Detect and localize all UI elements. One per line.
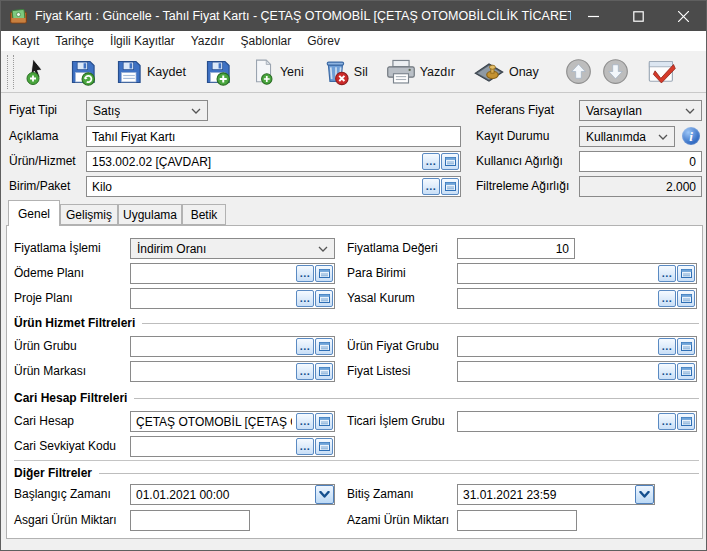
yasal-kurum-detail-button[interactable]: [677, 290, 695, 307]
urun-markasi-browse-button[interactable]: ...: [296, 363, 314, 380]
bitis-zamani-input[interactable]: [457, 484, 655, 505]
info-icon[interactable]: i: [682, 127, 700, 145]
fiyat-tipi-combo[interactable]: Satış: [86, 100, 208, 121]
minimize-button[interactable]: [571, 1, 616, 31]
browse-ellipsis-icon: ...: [662, 417, 673, 426]
yasal-kurum-lookup: ...: [457, 288, 697, 309]
browse-ellipsis-icon: ...: [662, 269, 673, 278]
maximize-button[interactable]: [616, 1, 661, 31]
urun-fiyat-grubu-browse-button[interactable]: ...: [658, 338, 676, 355]
referans-fiyat-label: Referans Fiyat: [476, 100, 554, 121]
urun-hizmet-lookup: ...: [86, 151, 461, 172]
aciklama-input[interactable]: [86, 126, 461, 147]
fiyat-listesi-browse-button[interactable]: ...: [658, 363, 676, 380]
birim-paket-detail-button[interactable]: [441, 178, 459, 195]
section-divider: [134, 398, 699, 399]
urun-grubu-browse-button[interactable]: ...: [296, 338, 314, 355]
urun-markasi-detail-button[interactable]: [315, 363, 333, 380]
birim-paket-browse-button[interactable]: ...: [422, 178, 440, 195]
baslangic-zamani-input[interactable]: [130, 484, 335, 505]
pointer-add-icon: [25, 58, 51, 86]
menu-yazdir[interactable]: Yazdır: [183, 31, 233, 51]
detail-window-icon: [319, 442, 330, 451]
new-record-button[interactable]: Yeni: [245, 56, 309, 88]
window-bottom-strip: [1, 540, 706, 551]
urun-grubu-detail-button[interactable]: [315, 338, 333, 355]
urun-fiyat-grubu-lookup: ...: [457, 336, 697, 357]
proje-plani-detail-button[interactable]: [315, 290, 333, 307]
yasal-kurum-browse-button[interactable]: ...: [658, 290, 676, 307]
window-title: Fiyat Kartı : Güncelle - Tahıl Fiyat Kar…: [35, 9, 571, 23]
para-birimi-label: Para Birimi: [347, 263, 406, 284]
arrow-up-circle-icon: [565, 58, 592, 85]
tab-gelismis[interactable]: Gelişmiş: [60, 204, 118, 225]
dropdown-chevron-icon: [658, 134, 668, 140]
para-birimi-detail-button[interactable]: [677, 265, 695, 282]
asgari-urun-miktari-input[interactable]: [130, 510, 250, 531]
cari-hesap-browse-button[interactable]: ...: [296, 413, 314, 430]
fiyatlama-degeri-input[interactable]: [457, 238, 575, 259]
referans-fiyat-combo[interactable]: Varsayılan: [579, 100, 702, 121]
tab-uygulama[interactable]: Uygulama: [118, 204, 182, 225]
urun-grubu-lookup: ...: [130, 336, 335, 357]
browse-ellipsis-icon: ...: [662, 367, 673, 376]
menu-ilgili-kayitlar[interactable]: İlgili Kayıtlar: [102, 31, 183, 51]
close-button[interactable]: [661, 1, 706, 31]
menu-kayit[interactable]: Kayıt: [4, 31, 47, 51]
browse-ellipsis-icon: ...: [300, 269, 311, 278]
bitis-zamani-dropdown-button[interactable]: [635, 485, 654, 504]
detail-window-icon: [681, 294, 692, 303]
urun-fiyat-grubu-detail-button[interactable]: [677, 338, 695, 355]
ticari-islem-grubu-detail-button[interactable]: [677, 413, 695, 430]
detail-window-icon: [319, 294, 330, 303]
birim-paket-input[interactable]: [86, 176, 461, 197]
menu-gorev[interactable]: Görev: [299, 31, 348, 51]
browse-ellipsis-icon: ...: [662, 342, 673, 351]
odeme-plani-browse-button[interactable]: ...: [296, 265, 314, 282]
urun-hizmet-detail-button[interactable]: [441, 153, 459, 170]
delete-button[interactable]: Sil: [317, 56, 373, 88]
urun-hizmet-browse-button[interactable]: ...: [422, 153, 440, 170]
complete-check-icon: [647, 58, 677, 86]
para-birimi-browse-button[interactable]: ...: [658, 265, 676, 282]
save-button-label: Kaydet: [147, 65, 186, 79]
pointer-new-button[interactable]: [20, 56, 56, 88]
save-new-button[interactable]: [199, 56, 237, 88]
ticari-islem-grubu-browse-button[interactable]: ...: [658, 413, 676, 430]
odeme-plani-detail-button[interactable]: [315, 265, 333, 282]
ticari-islem-grubu-label: Ticari İşlem Grubu: [347, 411, 445, 432]
yasal-kurum-label: Yasal Kurum: [347, 288, 415, 309]
menu-tarihce[interactable]: Tarihçe: [47, 31, 102, 51]
tab-betik[interactable]: Betik: [182, 204, 226, 225]
move-up-button[interactable]: [560, 56, 597, 87]
menu-bar: Kayıt Tarihçe İlgili Kayıtlar Yazdır Şab…: [1, 31, 706, 51]
toolbar-grip[interactable]: [7, 55, 14, 89]
filtreleme-agirligi-input[interactable]: [579, 176, 702, 197]
proje-plani-browse-button[interactable]: ...: [296, 290, 314, 307]
group-divider-line: [14, 460, 699, 461]
detail-window-icon: [681, 269, 692, 278]
section-title: Diğer Filtreler: [14, 466, 92, 480]
cari-hesap-lookup: ...: [130, 411, 335, 432]
baslangic-zamani-dropdown-button[interactable]: [315, 485, 334, 504]
menu-sablonlar[interactable]: Şablonlar: [233, 31, 300, 51]
print-button-label: Yazdır: [420, 65, 455, 79]
complete-button[interactable]: [642, 56, 682, 88]
save-button[interactable]: Kaydet: [110, 56, 191, 88]
section-urun-hizmet-filtreleri: Ürün Hizmet Filtreleri: [14, 316, 699, 330]
urun-hizmet-input[interactable]: [86, 151, 461, 172]
save-icon: [115, 58, 143, 86]
tab-genel[interactable]: Genel: [8, 200, 60, 226]
approve-button[interactable]: Onay: [468, 56, 544, 88]
fiyatlama-islemi-combo[interactable]: İndirim Oranı: [130, 238, 335, 259]
move-down-button[interactable]: [597, 56, 634, 87]
fiyat-listesi-detail-button[interactable]: [677, 363, 695, 380]
cari-hesap-detail-button[interactable]: [315, 413, 333, 430]
cari-sevkiyat-kodu-browse-button[interactable]: ...: [296, 438, 314, 455]
kullanici-agirligi-input[interactable]: [579, 151, 702, 172]
azami-urun-miktari-input[interactable]: [457, 510, 577, 531]
kayit-durumu-combo[interactable]: Kullanımda: [579, 126, 675, 147]
save-refresh-button[interactable]: [64, 56, 102, 88]
print-button[interactable]: Yazdır: [381, 56, 460, 88]
cari-sevkiyat-kodu-detail-button[interactable]: [315, 438, 333, 455]
